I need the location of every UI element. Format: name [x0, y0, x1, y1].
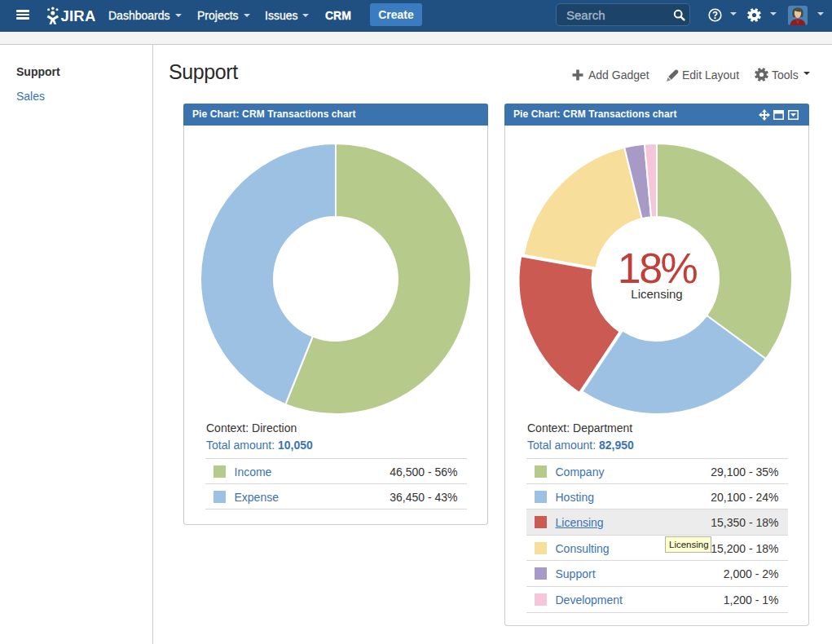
svg-text:JIRA: JIRA — [61, 7, 96, 24]
